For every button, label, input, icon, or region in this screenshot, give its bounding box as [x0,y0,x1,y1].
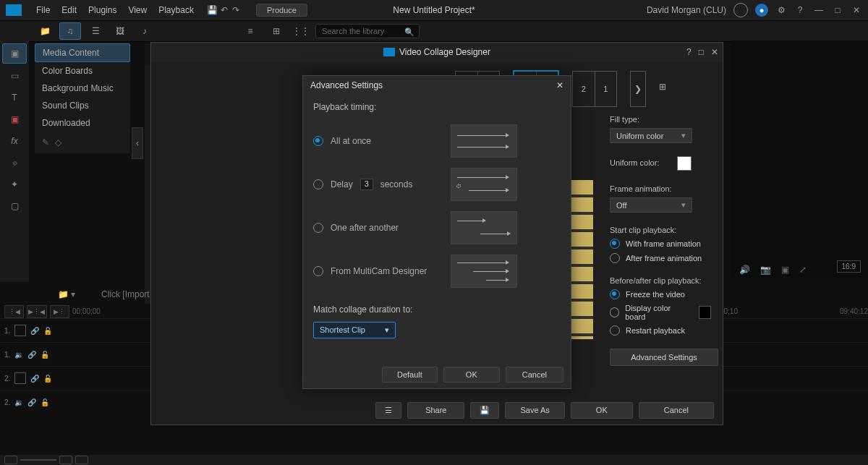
radio-all-at-once[interactable] [313,136,323,146]
lib-item-media-content[interactable]: Media Content [35,43,130,62]
help-icon[interactable]: ? [686,47,692,57]
aspect-ratio-selector[interactable]: 16:9 [837,260,861,273]
help-icon[interactable]: ? [794,4,806,16]
layout-option[interactable]: 21 [572,71,617,107]
rail-text-icon[interactable]: T [3,88,26,107]
collapse-panel-button[interactable]: ‹ [132,127,143,159]
zoom-in-icon[interactable] [59,456,72,464]
radio-delay[interactable] [313,179,323,189]
user-avatar-icon[interactable] [733,3,748,17]
maximize-icon[interactable]: □ [832,4,843,16]
close-icon[interactable]: ✕ [556,80,563,90]
radio-after-frame-animation[interactable]: After frame animation [610,253,711,263]
menu-view[interactable]: View [122,5,153,15]
search-input[interactable]: Search the library 🔍 [315,24,420,38]
radio-display-color-board[interactable]: Display color board [610,304,711,321]
lock-icon[interactable]: 🔓 [41,351,49,359]
zoom-slider[interactable] [20,459,56,461]
video-track-icon[interactable] [14,372,26,384]
folder-nav-icon[interactable]: 📁 ▾ [58,289,75,299]
lock-icon[interactable]: 🔓 [43,375,52,383]
rail-media-icon[interactable]: ▣ [2,43,27,64]
rail-template-icon[interactable]: ▭ [3,67,26,85]
frame-animation-label: Frame animation: [610,184,711,193]
notifications-icon[interactable]: ● [755,4,768,17]
rail-frame-icon[interactable]: ▢ [3,197,26,216]
menu-file[interactable]: File [30,5,56,15]
share-button[interactable]: Share [407,402,464,419]
radio-freeze-video[interactable]: Freeze the video [610,289,711,299]
radio-with-frame-animation[interactable]: With frame animation [610,239,711,249]
radio-restart-playback[interactable]: Restart playback [610,325,711,336]
import-folder-icon[interactable]: 📁 [35,23,55,39]
pen-tool-icon[interactable]: ✎ [42,137,49,148]
view-grid-icon[interactable]: ⊞ [266,23,286,39]
produce-button[interactable]: Produce [256,4,307,17]
delay-value-input[interactable]: 3 [360,179,373,190]
settings-gear-icon[interactable]: ⚙ [775,4,787,16]
link-icon[interactable]: 🔗 [27,398,36,406]
rail-fx-icon[interactable]: fx [3,132,26,150]
menu-edit[interactable]: Edit [56,5,82,15]
close-icon[interactable]: ✕ [711,47,718,57]
popout-icon[interactable]: ⤢ [799,265,807,275]
quality-icon[interactable]: ▣ [781,265,789,275]
link-icon[interactable]: 🔗 [30,327,39,335]
radio-one-after-another[interactable] [313,223,323,233]
ok-button[interactable]: OK [443,367,500,383]
audio-track-icon[interactable]: 🔉 [14,351,23,359]
video-track-icon[interactable] [14,325,26,336]
eraser-tool-icon[interactable]: ◇ [55,137,61,148]
tl-split-icon[interactable]: ▶⋮◀ [27,305,46,318]
media-view-icon[interactable]: ♫ [59,22,81,40]
rail-transition-icon[interactable]: ⟐ [3,153,26,172]
close-icon[interactable]: ✕ [851,4,862,16]
save-icon[interactable]: 💾 [470,402,499,419]
snapshot-icon[interactable]: 📷 [760,265,771,275]
lib-item-color-boards[interactable]: Color Boards [35,62,130,80]
undo-icon[interactable]: ↶ [218,4,230,16]
list-view-icon[interactable]: ☰ [85,23,106,39]
link-icon[interactable]: 🔗 [27,351,36,359]
link-icon[interactable]: 🔗 [30,375,39,383]
audio-view-icon[interactable]: ♪ [135,23,155,39]
cancel-button[interactable]: Cancel [639,402,714,419]
menu-playback[interactable]: Playback [153,5,200,15]
view-list-icon[interactable]: ≡ [240,23,260,39]
lib-item-background-music[interactable]: Background Music [35,80,130,97]
lib-item-sound-clips[interactable]: Sound Clips [35,97,130,114]
advanced-settings-button[interactable]: Advanced Settings [610,349,718,366]
uniform-color-swatch[interactable] [677,156,692,171]
frame-animation-dropdown[interactable]: Off [610,197,692,213]
layouts-next-icon[interactable]: ❯ [630,71,646,107]
match-duration-dropdown[interactable]: Shortest Clip [313,322,396,338]
lib-item-downloaded[interactable]: Downloaded [35,114,130,132]
rail-overlay-icon[interactable]: ▣ [3,110,26,129]
menu-plugins[interactable]: Plugins [82,5,122,15]
cancel-button[interactable]: Cancel [506,367,563,383]
image-view-icon[interactable]: 🖼 [110,23,130,39]
redo-icon[interactable]: ↷ [230,4,242,16]
fill-type-dropdown[interactable]: Uniform color [610,128,692,143]
rail-particle-icon[interactable]: ✦ [3,175,26,194]
lock-icon[interactable]: 🔓 [41,398,49,406]
default-button[interactable]: Default [382,367,438,383]
library-toolbar: 📁 ♫ ☰ 🖼 ♪ ≡ ⊞ ⋮⋮ Search the library 🔍 [0,21,868,42]
zoom-fit-icon[interactable] [75,456,88,464]
tl-end-icon[interactable]: ▶⋮ [50,305,69,318]
color-board-swatch[interactable] [699,306,711,319]
layouts-all-icon[interactable]: ⊞ [659,82,673,96]
save-as-button[interactable]: Save As [505,402,564,419]
audio-track-icon[interactable]: 🔉 [14,398,23,406]
share-menu-icon[interactable]: ☰ [375,402,401,419]
maximize-icon[interactable]: □ [699,47,704,57]
lock-icon[interactable]: 🔓 [43,327,52,335]
ok-button[interactable]: OK [571,402,633,419]
minimize-icon[interactable]: — [813,4,825,16]
tl-begin-icon[interactable]: ⋮◀ [4,305,24,318]
save-icon[interactable]: 💾 [207,4,218,16]
volume-icon[interactable]: 🔊 [739,265,750,275]
zoom-out-icon[interactable] [4,456,17,464]
radio-from-multicam[interactable] [313,266,323,276]
view-grid2-icon[interactable]: ⋮⋮ [291,23,311,39]
